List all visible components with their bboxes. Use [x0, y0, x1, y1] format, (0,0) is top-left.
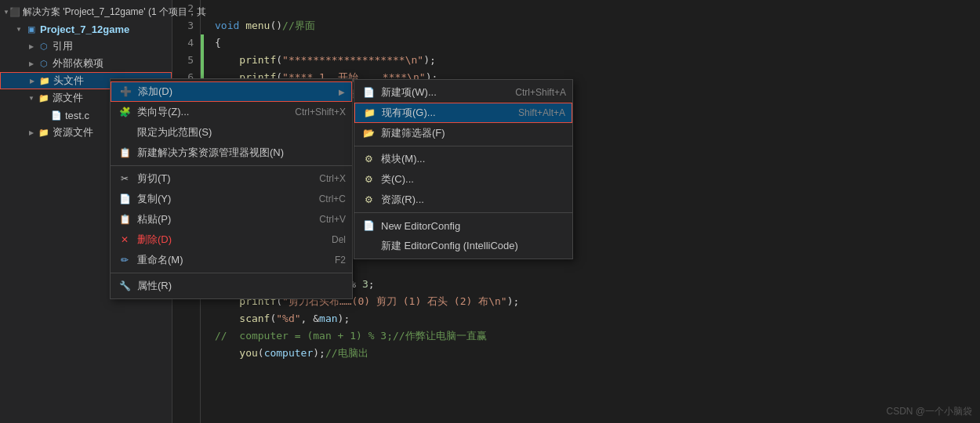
newfilter-label: 新建筛选器(F): [381, 126, 445, 140]
ref-label: 引用: [53, 39, 73, 53]
rename-icon: ✏: [117, 252, 132, 268]
menu-item-classwizard[interactable]: 🧩 类向导(Z)... Ctrl+Shift+X: [111, 102, 352, 122]
expand-arrow-dep: ▶: [25, 57, 38, 70]
add-icon: ➕: [118, 84, 133, 99]
resource-label: 资源(R)...: [381, 193, 424, 207]
classwizard-icon: 🧩: [117, 104, 132, 120]
newitem-label: 新建项(W)...: [381, 85, 437, 99]
editorconfig2-icon: [361, 238, 376, 254]
scope-icon: [117, 125, 132, 140]
solution-label: 解决方案 'Project_7_12game' (1 个项目，其: [23, 5, 206, 19]
menu-item-rename[interactable]: ✏ 重命名(M) F2: [111, 250, 352, 270]
menu-item-paste[interactable]: 📋 粘贴(P) Ctrl+V: [111, 209, 352, 230]
delete-label: 删除(D): [137, 233, 332, 247]
cut-icon: ✂: [117, 171, 132, 186]
arrow-icon: ▶: [339, 88, 345, 96]
submenu-newfilter[interactable]: 📂 新建筛选器(F): [354, 123, 572, 143]
existingitem-shortcut: Shift+Alt+A: [518, 107, 565, 118]
rename-label: 重命名(M): [137, 253, 335, 267]
properties-label: 属性(R): [137, 279, 346, 293]
menu-item-properties[interactable]: 🔧 属性(R): [111, 276, 352, 296]
paste-label: 粘贴(P): [137, 212, 319, 226]
submenu-module[interactable]: ⚙ 模块(M)...: [354, 149, 572, 169]
expand-arrow-resource: ▶: [25, 126, 38, 139]
menu-item-scope[interactable]: 限定为此范围(S): [111, 122, 352, 143]
submenu-resource[interactable]: ⚙ 资源(R)...: [354, 190, 572, 210]
paste-icon: 📋: [117, 212, 132, 227]
submenu-class[interactable]: ⚙ 类(C)...: [354, 169, 572, 190]
menu-item-cut[interactable]: ✂ 剪切(T) Ctrl+X: [111, 168, 352, 189]
module-icon: ⚙: [361, 151, 376, 167]
editorconfig2-label: 新建 EditorConfig (IntelliCode): [381, 239, 518, 253]
line-num-5: 5: [172, 52, 194, 69]
expand-arrow: ▼: [3, 5, 9, 18]
menu-item-copy[interactable]: 📄 复制(Y) Ctrl+C: [111, 189, 352, 209]
ref-icon: ⬡: [38, 40, 50, 52]
classwizard-shortcut: Ctrl+Shift+X: [295, 107, 346, 118]
copy-label: 复制(Y): [137, 192, 319, 206]
folder-icon-source: 📁: [38, 92, 50, 104]
folder-icon-header: 📁: [38, 74, 51, 87]
project-root[interactable]: ▼ ▣ Project_7_12game: [0, 20, 172, 38]
expand-arrow-test: [38, 109, 50, 121]
menu-sep1: [111, 165, 352, 166]
dep-icon: ⬡: [38, 57, 50, 70]
classwizard-label: 类向导(Z)...: [137, 105, 295, 119]
watermark-text: CSDN @一个小脑袋: [886, 406, 972, 417]
project-icon: ▣: [25, 23, 38, 35]
scope-label: 限定为此范围(S): [137, 125, 346, 139]
file-icon-test: 📄: [50, 109, 63, 121]
class-label: 类(C)...: [381, 172, 414, 186]
header-label: 头文件: [53, 74, 84, 88]
copy-icon: 📄: [117, 191, 132, 207]
delete-shortcut: Del: [332, 234, 346, 245]
menu-sep2: [111, 273, 352, 273]
folder-icon-resource: 📁: [38, 126, 50, 139]
newitem-icon: 📄: [361, 85, 376, 100]
newitem-shortcut: Ctrl+Shift+A: [515, 87, 566, 98]
class-icon: ⚙: [361, 172, 376, 187]
line-num-4: 4: [172, 34, 194, 52]
cut-shortcut: Ctrl+X: [319, 173, 346, 184]
ref-item[interactable]: ▶ ⬡ 引用: [0, 38, 172, 55]
editorconfig-icon: 📄: [361, 218, 376, 233]
source-label: 源文件: [53, 91, 83, 105]
menu-item-newview[interactable]: 📋 新建解决方案资源管理器视图(N): [111, 143, 352, 163]
newfilter-icon: 📂: [361, 125, 376, 141]
submenu-existingitem[interactable]: 📁 现有项(G)... Shift+Alt+A: [354, 103, 572, 123]
cut-label: 剪切(T): [137, 172, 319, 186]
line-num-3: 3: [172, 17, 194, 34]
dep-label: 外部依赖项: [53, 56, 103, 70]
expand-arrow-project: ▼: [13, 23, 25, 35]
expand-arrow-source: ▼: [25, 92, 38, 104]
menu-item-delete[interactable]: ✕ 删除(D) Del: [111, 230, 352, 250]
properties-icon: 🔧: [117, 278, 132, 294]
menu-item-add[interactable]: ➕ 添加(D) ▶: [111, 81, 352, 102]
module-label: 模块(M)...: [381, 152, 425, 166]
editorconfig-label: New EditorConfig: [381, 220, 460, 232]
submenu-editorconfig2[interactable]: 新建 EditorConfig (IntelliCode): [354, 236, 572, 256]
project-label: Project_7_12game: [40, 24, 129, 35]
newview-icon: 📋: [117, 145, 132, 161]
resource-label: 资源文件: [53, 125, 93, 139]
existingitem-label: 现有项(G)...: [382, 106, 436, 120]
submenu-newitem[interactable]: 📄 新建项(W)... Ctrl+Shift+A: [354, 82, 572, 103]
submenu-editorconfig[interactable]: 📄 New EditorConfig: [354, 215, 572, 236]
expand-arrow-ref: ▶: [25, 40, 38, 52]
resource-icon: ⚙: [361, 192, 376, 208]
submenu: 📄 新建项(W)... Ctrl+Shift+A 📁 现有项(G)... Shi…: [354, 79, 573, 259]
add-label: 添加(D): [138, 85, 336, 99]
existingitem-icon: 📁: [361, 105, 377, 121]
delete-icon: ✕: [117, 232, 132, 248]
paste-shortcut: Ctrl+V: [319, 214, 346, 225]
expand-arrow-header: ▶: [26, 74, 38, 87]
rename-shortcut: F2: [335, 255, 346, 266]
copy-shortcut: Ctrl+C: [319, 193, 346, 204]
solution-icon: ⬛: [9, 5, 20, 18]
newview-label: 新建解决方案资源管理器视图(N): [137, 146, 346, 160]
watermark: CSDN @一个小脑袋: [886, 405, 972, 418]
submenu-sep2: [354, 212, 572, 213]
dep-item[interactable]: ▶ ⬡ 外部依赖项: [0, 55, 172, 72]
solution-root[interactable]: ▼ ⬛ 解决方案 'Project_7_12game' (1 个项目，其: [0, 3, 172, 20]
test-label: test.c: [65, 110, 89, 121]
